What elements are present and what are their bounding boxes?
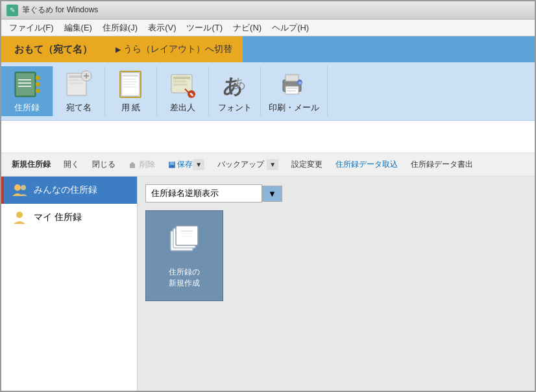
toolbar: 住所録 宛て名: [1, 62, 535, 121]
svg-rect-37: [287, 88, 297, 89]
toolbar-print-icon: ✉: [278, 69, 310, 99]
toolbar-atena-label: 宛て名: [66, 102, 91, 114]
toolbar-font-label: フォント: [218, 102, 252, 114]
delete-button[interactable]: 削除: [123, 157, 160, 172]
backup-dropdown-arrow[interactable]: ▼: [267, 159, 278, 170]
svg-rect-3: [36, 82, 40, 86]
toolbar-address-icon: [12, 69, 43, 99]
toolbar-font-icon: あ あ: [219, 69, 250, 99]
dropdown-row: 住所録名逆順表示 ▼: [145, 184, 527, 202]
new-address-card[interactable]: 住所録の新規作成: [145, 210, 223, 301]
app-icon: ✎: [6, 5, 18, 16]
svg-rect-4: [36, 89, 40, 93]
menu-bar: ファイル(F) 編集(E) 住所録(J) 表示(V) ツール(T) ナビ(N) …: [1, 19, 535, 36]
svg-rect-19: [123, 84, 134, 85]
svg-rect-1: [16, 73, 34, 95]
svg-rect-45: [169, 165, 175, 167]
svg-rect-10: [69, 79, 82, 81]
svg-rect-11: [69, 82, 83, 84]
menu-address[interactable]: 住所録(J): [97, 20, 143, 36]
tab-omote[interactable]: おもて（宛て名）: [1, 36, 105, 62]
main-content: みんなの住所録 マイ 住所録 住所録名逆順表示 ▼: [1, 177, 535, 392]
spacer-area: [1, 121, 535, 153]
action-toolbar: 新規住所録 開く 閉じる 削除 保存 ▼ バックアップ ▼ 設定変更 住所録デー…: [1, 153, 535, 177]
svg-point-47: [21, 185, 26, 190]
menu-navi[interactable]: ナビ(N): [228, 20, 267, 36]
sidebar-item-my-address[interactable]: マイ 住所録: [1, 204, 137, 231]
toolbar-address-label: 住所録: [14, 102, 40, 114]
open-button[interactable]: 開く: [58, 157, 84, 172]
toolbar-item-atena[interactable]: 宛て名: [53, 66, 105, 116]
toolbar-sender-icon: ✎: [167, 69, 199, 99]
delete-label: 削除: [140, 160, 155, 169]
backup-button[interactable]: バックアップ ▼: [212, 157, 284, 172]
toolbar-item-paper[interactable]: 用 紙: [105, 66, 157, 116]
menu-edit[interactable]: 編集(E): [59, 20, 97, 36]
svg-rect-35: [286, 75, 298, 81]
export-button[interactable]: 住所録データ書出: [406, 157, 478, 172]
svg-point-48: [16, 212, 23, 218]
svg-rect-28: [173, 84, 188, 86]
svg-rect-20: [123, 86, 136, 88]
svg-rect-18: [123, 81, 137, 82]
toolbar-item-print[interactable]: ✉ 印刷・メール: [261, 66, 328, 116]
all-addresses-icon: [10, 181, 29, 199]
close-button[interactable]: 閉じる: [87, 157, 121, 172]
svg-rect-2: [36, 76, 40, 80]
my-address-icon: [10, 208, 29, 227]
save-label: 保存: [177, 159, 193, 170]
svg-rect-51: [176, 226, 198, 245]
toolbar-atena-icon: [64, 69, 95, 99]
sidebar: みんなの住所録 マイ 住所録: [1, 177, 138, 392]
save-button[interactable]: 保存 ▼: [163, 157, 210, 172]
svg-text:✎: ✎: [189, 92, 194, 98]
toolbar-print-label: 印刷・メール: [269, 102, 319, 114]
new-address-card-label: 住所録の新規作成: [169, 267, 200, 289]
save-dropdown-arrow[interactable]: ▼: [193, 159, 204, 170]
menu-tools[interactable]: ツール(T): [181, 20, 228, 36]
svg-rect-27: [173, 80, 186, 82]
svg-rect-38: [287, 90, 296, 92]
menu-file[interactable]: ファイル(F): [4, 20, 59, 36]
settings-button[interactable]: 設定変更: [286, 157, 328, 172]
sort-dropdown-arrow[interactable]: ▼: [262, 186, 282, 202]
sort-dropdown[interactable]: 住所録名逆順表示: [145, 184, 262, 202]
card-area: 住所録の新規作成: [145, 210, 527, 301]
menu-help[interactable]: ヘルプ(H): [267, 20, 314, 36]
toolbar-paper-icon: [116, 69, 147, 99]
svg-rect-26: [173, 77, 190, 79]
app-title: 筆ぐるめ for Windows: [22, 5, 98, 16]
sidebar-item-all-addresses[interactable]: みんなの住所録: [1, 177, 137, 204]
new-address-button[interactable]: 新規住所録: [6, 157, 56, 172]
my-address-label: マイ 住所録: [34, 212, 82, 223]
backup-label: バックアップ: [217, 159, 264, 170]
all-addresses-label: みんなの住所録: [34, 184, 97, 196]
svg-rect-44: [170, 162, 174, 165]
svg-rect-41: [130, 164, 135, 168]
toolbar-paper-label: 用 紙: [121, 102, 141, 114]
svg-point-46: [14, 184, 21, 191]
toolbar-sender-label: 差出人: [170, 102, 195, 114]
import-button[interactable]: 住所録データ取込: [330, 157, 403, 172]
svg-rect-42: [131, 162, 134, 164]
svg-text:あ: あ: [233, 76, 246, 90]
sort-dropdown-label: 住所録名逆順表示: [151, 188, 219, 199]
new-address-card-icon: [168, 223, 201, 262]
app-icon-symbol: ✎: [10, 6, 15, 14]
menu-view[interactable]: 表示(V): [143, 20, 181, 36]
svg-text:✉: ✉: [298, 81, 302, 85]
svg-rect-16: [123, 75, 138, 77]
tab-ura[interactable]: うら（レイアウト）へ切替: [105, 36, 243, 62]
toolbar-item-font[interactable]: あ あ フォント: [209, 66, 261, 116]
tab-row: おもて（宛て名） うら（レイアウト）へ切替: [1, 36, 535, 62]
toolbar-item-sender[interactable]: ✎ 差出人: [157, 66, 209, 116]
title-bar: ✎ 筆ぐるめ for Windows: [1, 1, 535, 19]
toolbar-item-address[interactable]: 住所録: [1, 66, 53, 116]
svg-rect-17: [123, 79, 136, 80]
right-content: 住所録名逆順表示 ▼ 住所録の新規作成: [138, 177, 535, 392]
